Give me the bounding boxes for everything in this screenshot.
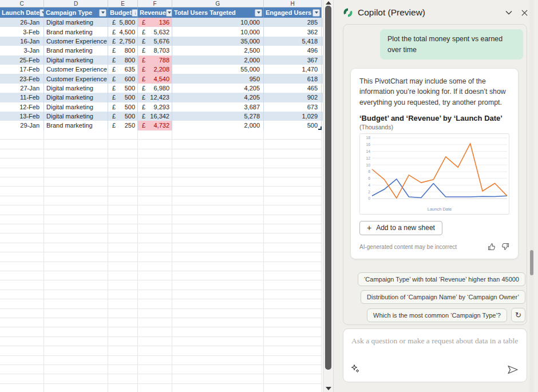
table-resize-handle[interactable] — [318, 126, 322, 130]
refresh-suggestions-icon[interactable]: ↻ — [511, 308, 525, 322]
cell-revenue[interactable]: £5,676 — [138, 37, 172, 46]
cell-total-users-targeted[interactable]: 3,687 — [172, 102, 264, 112]
chat-input-box[interactable]: Ask a question or make a request about d… — [343, 328, 527, 382]
cell-campaign-type[interactable]: Brand marketing — [44, 27, 108, 36]
add-to-new-sheet-button[interactable]: + Add to a new sheet — [359, 221, 442, 235]
cell-engaged-users[interactable]: 465 — [264, 84, 322, 93]
cell-launch-date[interactable]: 3-Jan — [0, 46, 44, 55]
cell-campaign-type[interactable]: Digital marketing — [44, 112, 108, 121]
sort-descending-icon[interactable]: ↓ — [132, 9, 138, 17]
cell-total-users-targeted[interactable]: 10,000 — [172, 18, 264, 27]
filter-dropdown-icon[interactable] — [312, 9, 320, 17]
cell-campaign-type[interactable]: Brand marketing — [44, 46, 108, 55]
cell-campaign-type[interactable]: Customer Experience — [44, 65, 108, 74]
close-icon[interactable] — [520, 9, 529, 17]
cell-total-users-targeted[interactable]: 35,000 — [172, 37, 264, 46]
column-letter-h[interactable]: H — [264, 0, 322, 7]
cell-revenue[interactable]: £9,293 — [138, 102, 172, 112]
cell-revenue[interactable]: £2,208 — [138, 65, 172, 74]
cell-revenue[interactable]: £4,540 — [138, 74, 172, 83]
cell-budget[interactable]: £500 — [108, 84, 138, 93]
thumbs-down-icon[interactable] — [501, 243, 509, 251]
suggestion-pill[interactable]: Distribution of ‘Campaign Name’ by ‘Camp… — [361, 290, 525, 304]
cell-budget[interactable]: £500 — [108, 102, 138, 112]
cell-campaign-type[interactable]: Digital marketing — [44, 93, 108, 102]
scroll-down-icon[interactable] — [326, 387, 331, 390]
cell-total-users-targeted[interactable]: 10,000 — [172, 27, 264, 36]
cell-engaged-users[interactable]: 367 — [264, 56, 322, 65]
cell-launch-date[interactable]: 25-Feb — [0, 56, 44, 65]
cell-total-users-targeted[interactable]: 4,205 — [172, 84, 264, 93]
cell-engaged-users[interactable]: 500 — [264, 121, 322, 130]
sheet-vertical-scrollbar[interactable] — [323, 0, 333, 392]
column-letter-g[interactable]: G — [172, 0, 264, 7]
cell-engaged-users[interactable]: 902 — [264, 93, 322, 102]
cell-total-users-targeted[interactable]: 2,000 — [172, 56, 264, 65]
collapse-chevron-icon[interactable] — [504, 9, 513, 16]
sheet-scrollbar-thumb[interactable] — [325, 6, 331, 370]
column-letter-d[interactable]: D — [44, 0, 108, 7]
cell-campaign-type[interactable]: Digital marketing — [44, 18, 108, 27]
column-letter-f[interactable]: F — [138, 0, 172, 7]
cell-campaign-type[interactable]: Digital marketing — [44, 102, 108, 112]
cell-campaign-type[interactable]: Digital marketing — [44, 56, 108, 65]
cell-launch-date[interactable]: 11-Feb — [0, 93, 44, 102]
cell-revenue[interactable]: £16,342 — [138, 112, 172, 121]
cell-budget[interactable]: £635 — [108, 65, 138, 74]
cell-total-users-targeted[interactable]: 4,205 — [172, 93, 264, 102]
suggestion-pill[interactable]: Which is the most common ‘Campaign Type’… — [367, 308, 507, 322]
cell-revenue[interactable]: £136 — [138, 18, 172, 27]
cell-budget[interactable]: £800 — [108, 46, 138, 55]
cell-total-users-targeted[interactable]: 2,500 — [172, 46, 264, 55]
cell-launch-date[interactable]: 17-Feb — [0, 65, 44, 74]
spreadsheet-grid[interactable]: CDEFGH Launch DateCampaign TypeBudget↓Re… — [0, 0, 323, 392]
column-letter-e[interactable]: E — [108, 0, 138, 7]
cell-engaged-users[interactable]: 673 — [264, 102, 322, 112]
cell-launch-date[interactable]: 16-Jan — [0, 37, 44, 46]
cell-total-users-targeted[interactable]: 55,000 — [172, 65, 264, 74]
cell-engaged-users[interactable]: 618 — [264, 74, 322, 83]
cell-engaged-users[interactable]: 1,470 — [264, 65, 322, 74]
filter-dropdown-icon[interactable] — [255, 9, 262, 17]
cell-campaign-type[interactable]: Customer Experience — [44, 37, 108, 46]
cell-launch-date[interactable]: 23-Feb — [0, 74, 44, 83]
cell-engaged-users[interactable]: 5,418 — [264, 37, 322, 46]
empty-grid-cells[interactable] — [0, 130, 322, 392]
cell-total-users-targeted[interactable]: 950 — [172, 74, 264, 83]
cell-engaged-users[interactable]: 285 — [264, 18, 322, 27]
cell-total-users-targeted[interactable]: 5,278 — [172, 112, 264, 121]
cell-launch-date[interactable]: 29-Jan — [0, 121, 44, 130]
sparkle-prompt-icon[interactable] — [351, 364, 360, 375]
cell-launch-date[interactable]: 26-Jan — [0, 18, 44, 27]
cell-revenue[interactable]: £6,980 — [138, 84, 172, 93]
column-letter-c[interactable]: C — [0, 0, 44, 7]
cell-launch-date[interactable]: 3-Feb — [0, 27, 44, 36]
cell-total-users-targeted[interactable]: 2,000 — [172, 121, 264, 130]
cell-launch-date[interactable]: 13-Feb — [0, 112, 44, 121]
cell-campaign-type[interactable]: Brand marketing — [44, 121, 108, 130]
cell-budget[interactable]: £500 — [108, 112, 138, 121]
cell-revenue[interactable]: £5,632 — [138, 27, 172, 36]
panel-scrollbar-thumb[interactable] — [530, 250, 533, 275]
cell-campaign-type[interactable]: Customer Experience — [44, 74, 108, 83]
cell-budget[interactable]: £2,750 — [108, 37, 138, 46]
filter-dropdown-icon[interactable] — [166, 9, 172, 17]
cell-revenue[interactable]: £12,423 — [138, 93, 172, 102]
cell-engaged-users[interactable]: 496 — [264, 46, 322, 55]
suggestion-pill[interactable]: ‘Campaign Type’ with total ‘Revenue’ hig… — [358, 272, 525, 286]
cell-revenue[interactable]: £8,703 — [138, 46, 172, 55]
cell-campaign-type[interactable]: Digital marketing — [44, 84, 108, 93]
cell-engaged-users[interactable]: 362 — [264, 27, 322, 36]
cell-revenue[interactable]: £4,732 — [138, 121, 172, 130]
cell-budget[interactable]: £4,500 — [108, 27, 138, 36]
panel-scrollbar-track[interactable] — [529, 0, 534, 392]
send-icon[interactable] — [507, 365, 519, 376]
cell-engaged-users[interactable]: 1,029 — [264, 112, 322, 121]
cell-budget[interactable]: £500 — [108, 93, 138, 102]
cell-revenue[interactable]: £788 — [138, 56, 172, 65]
filter-dropdown-icon[interactable] — [99, 9, 106, 17]
thumbs-up-icon[interactable] — [488, 243, 496, 251]
scroll-up-icon[interactable] — [326, 1, 331, 5]
cell-launch-date[interactable]: 12-Feb — [0, 102, 44, 112]
cell-budget[interactable]: £250 — [108, 121, 138, 130]
